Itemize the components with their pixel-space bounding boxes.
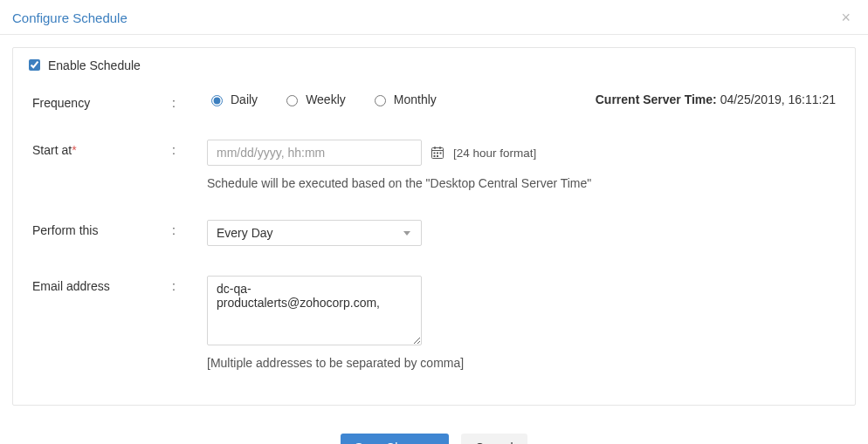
frequency-radio-group: Daily Weekly Monthly xyxy=(207,92,437,106)
email-row: Email address : [Multiple addresses to b… xyxy=(32,276,836,370)
dialog-footer: Save Changes Cancel xyxy=(0,418,868,444)
email-textarea[interactable] xyxy=(207,276,422,345)
enable-schedule-checkbox[interactable] xyxy=(29,59,40,71)
calendar-icon[interactable] xyxy=(431,146,444,160)
start-at-label-cell: Start at* xyxy=(32,140,172,157)
cancel-button[interactable]: Cancel xyxy=(461,434,527,444)
frequency-row: Frequency : Daily Weekly xyxy=(32,92,836,110)
frequency-monthly[interactable]: Monthly xyxy=(370,92,437,106)
start-at-row: Start at* : xyxy=(32,140,836,190)
frequency-daily-radio[interactable] xyxy=(211,95,223,106)
svg-rect-7 xyxy=(434,155,436,157)
colon: : xyxy=(172,276,207,293)
perform-this-value: Every Day xyxy=(217,226,273,240)
save-button[interactable]: Save Changes xyxy=(341,434,449,444)
start-at-label: Start at xyxy=(32,143,72,157)
email-hint: [Multiple addresses to be separated by c… xyxy=(207,356,836,370)
email-label: Email address xyxy=(32,276,172,293)
frequency-daily[interactable]: Daily xyxy=(207,92,258,106)
colon: : xyxy=(172,92,207,110)
svg-rect-5 xyxy=(437,153,438,154)
frequency-weekly-radio[interactable] xyxy=(286,95,298,106)
configure-schedule-dialog: Configure Schedule × Enable Schedule Fre… xyxy=(0,0,868,444)
svg-rect-4 xyxy=(434,153,436,154)
close-icon[interactable]: × xyxy=(836,8,856,27)
frequency-monthly-label: Monthly xyxy=(394,92,437,106)
required-mark: * xyxy=(72,143,76,157)
frequency-monthly-radio[interactable] xyxy=(375,95,386,106)
dialog-body: Enable Schedule Frequency : Daily xyxy=(0,35,868,418)
perform-this-row: Perform this : Every Day xyxy=(32,220,836,246)
panel-content: Frequency : Daily Weekly xyxy=(13,75,855,405)
dialog-header: Configure Schedule × xyxy=(0,0,868,35)
chevron-down-icon xyxy=(403,231,410,236)
svg-rect-8 xyxy=(437,155,438,157)
server-time-label: Current Server Time: xyxy=(596,92,720,106)
enable-schedule-label[interactable]: Enable Schedule xyxy=(48,58,141,72)
frequency-weekly-label: Weekly xyxy=(306,92,346,106)
frequency-daily-label: Daily xyxy=(231,92,258,106)
colon: : xyxy=(172,140,207,157)
start-at-input[interactable] xyxy=(207,140,422,166)
perform-this-select[interactable]: Every Day xyxy=(207,220,422,246)
start-at-format-hint: [24 hour format] xyxy=(453,147,536,160)
server-time-value: 04/25/2019, 16:11:21 xyxy=(720,92,836,106)
server-time: Current Server Time: 04/25/2019, 16:11:2… xyxy=(596,92,836,106)
frequency-weekly[interactable]: Weekly xyxy=(282,92,346,106)
dialog-title: Configure Schedule xyxy=(12,10,127,25)
colon: : xyxy=(172,220,207,237)
enable-schedule-row: Enable Schedule xyxy=(13,48,855,75)
svg-rect-6 xyxy=(440,153,442,154)
start-at-note: Schedule will be executed based on the "… xyxy=(207,176,836,190)
frequency-label: Frequency xyxy=(32,92,172,110)
perform-this-label: Perform this xyxy=(32,220,172,237)
schedule-panel: Enable Schedule Frequency : Daily xyxy=(12,47,856,406)
